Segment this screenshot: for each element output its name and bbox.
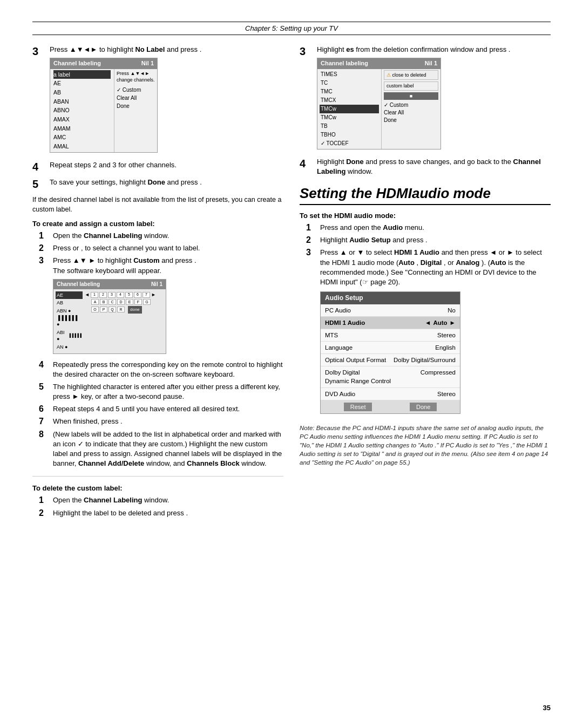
step-3-content: Press ▲▼◄► to highlight No Label and pre… [50, 45, 283, 156]
audio-bold: Audio [383, 223, 403, 232]
sub-step-6-num: 6 [39, 404, 51, 414]
section-title: Setting the HDMIaudio mode [300, 185, 551, 205]
hdmi-step-1-content: Press and open the Audio menu. [320, 223, 551, 233]
hdmi-step-1-num: 1 [306, 223, 318, 233]
pc-audio-label: PC Audio [325, 306, 448, 315]
section-divider [32, 476, 283, 477]
kb-key: 1 [91, 292, 98, 298]
done-button[interactable]: Done [410, 403, 437, 411]
sub-step-3-num: 3 [39, 256, 51, 266]
delete-channel-label-bold: Channel Labeling [84, 496, 142, 504]
channel-2-row: TMCX [320, 96, 379, 105]
step-3-num: 3 [32, 45, 48, 58]
kb-arrow-left: ◄ [85, 291, 90, 298]
right-step-4-num: 4 [300, 157, 315, 170]
channel-row: AMC [53, 133, 111, 142]
step-5-after: and press [165, 178, 198, 186]
menu-item-done-2: Done [384, 117, 438, 124]
pc-audio-value: No [448, 306, 456, 315]
hdmi-step-1: 1 Press and open the Audio menu. [300, 223, 551, 233]
kb-ch-row: ABI ● ▐▐▐▐▐ [56, 329, 83, 343]
delete-step-2-num: 2 [39, 508, 51, 518]
sub-step-6-content: Repeat steps 4 and 5 until you have ente… [53, 404, 283, 414]
sub-step-1: 1 Open the Channel Labeling window. [32, 231, 283, 241]
channel-label-box-2-header: Channel labeling Nil 1 [317, 58, 440, 69]
kb-key: O [91, 307, 99, 312]
step-3-text: Press ▲▼◄► to highlight [50, 45, 135, 53]
step-3-after: and press [165, 45, 198, 53]
channel-row-selected: a label [53, 70, 111, 79]
sub-step-5-content: The highlighted character is entered aft… [53, 382, 283, 402]
audio-row-pc: PC Audio No [321, 304, 460, 317]
audio-setup-box: Audio Setup PC Audio No HDMI 1 Audio ◄ A… [320, 291, 460, 414]
channel-label-box: Channel labeling Nil 1 a label AE AB ABA… [50, 58, 158, 153]
kb-row-3: OPQR done [85, 306, 156, 313]
audio-row-language: Language English [321, 342, 460, 354]
kb-rows: ◄ 1234567 ► ABCDEFG [85, 291, 156, 314]
channel-2-row: TC [320, 79, 379, 87]
channel-menu-col: Press ▲▼◄►change channels. ✓ Custom Clea… [114, 69, 157, 152]
channel-label-title: Channel labeling [53, 59, 101, 67]
menu-item-done: Done [117, 102, 155, 110]
channel-2-num: Nil 1 [425, 59, 437, 67]
kb-key: G [143, 299, 151, 305]
step-4-text: Repeat steps 2 and 3 for other channels. [50, 161, 177, 169]
hdmi-step-3-content: Press ▲ or ▼ to select HDMI 1 Audio and … [320, 248, 551, 418]
sub-step-7-content: When finished, press . [53, 417, 283, 426]
hdmi1-audio-value: ◄ Auto ► [425, 318, 456, 327]
kb-enter-btn: done [128, 306, 142, 313]
keyboard-box: Channel labeling Nil 1 AE AB ABN ● ▐▐▐▐▐… [53, 279, 166, 354]
sub-step-1-bold: Channel Labeling [84, 232, 142, 240]
kb-key: F [134, 299, 142, 305]
sub-step-1-num: 1 [39, 231, 51, 241]
kb-ch-selected: AE [56, 291, 83, 300]
channel-2-row: TMC [320, 87, 379, 96]
sub-step-4-num: 4 [39, 360, 51, 370]
sub-step-3: 3 Press ▲▼ ► to highlight Custom and pre… [32, 256, 283, 357]
channel-row: AMAX [53, 115, 111, 124]
channel-row: AMAM [53, 124, 111, 133]
custom-bold: Custom [133, 256, 159, 264]
hdmi-step-2: 2 Highlight Audio Setup and press . [300, 235, 551, 245]
sub-step-8: 8 (New labels will be added to the list … [32, 430, 283, 469]
right-step-3-content: Highlight es from the deletion confirmat… [317, 45, 551, 153]
right-step-4-content: Highlight Done and press to save changes… [317, 157, 551, 176]
channel-names-col: a label AE AB ABAN ABNO AMAX AMAM AMC AM… [50, 69, 114, 152]
kb-key: Q [109, 307, 116, 312]
right-step-3-block: 3 Highlight es from the deletion confirm… [300, 45, 551, 153]
reset-button[interactable]: Reset [344, 403, 372, 411]
menu-confirm-btn: ■ [384, 92, 438, 100]
right-step-3-num: 3 [300, 45, 315, 58]
menu-warning: ⚠ close to deleted [384, 70, 438, 80]
kb-key: D [117, 299, 125, 305]
delete-label-heading: To delete the custom label: [32, 484, 283, 492]
kb-key: 4 [117, 292, 124, 298]
delete-step-1-content: Open the Channel Labeling window. [53, 495, 283, 505]
channel-add-delete-bold: Channel Add/Delete [78, 459, 144, 467]
audio-setup-header: Audio Setup [321, 292, 460, 304]
kb-arrow-right: ► [151, 291, 156, 298]
audio-row-dolby: Dolby DigitalDynamic Range Control Compr… [321, 366, 460, 387]
audio-setup-title: Audio Setup [325, 294, 363, 302]
kb-row-1: ◄ 1234567 ► [85, 291, 156, 298]
channel-2-menu: ⚠ close to deleted custom label ■ ✓ Cust… [381, 69, 440, 149]
mts-value: Stereo [437, 331, 456, 339]
analog-bold: Analog [456, 258, 479, 267]
language-label: Language [325, 343, 435, 352]
channel-label-box-2: Channel labeling Nil 1 TIMES TC TMC TMCX… [317, 58, 441, 149]
sub-step-2-num: 2 [39, 243, 51, 253]
step-4-num: 4 [32, 160, 48, 173]
kb-key: 7 [143, 292, 150, 298]
note-label: Note: Because the PC and HDMI-1 inputs s… [300, 425, 548, 466]
step-5-content: To save your settings, highlight Done an… [50, 178, 283, 187]
optical-value: Dolby Digital/Surround [394, 356, 456, 364]
hdmi-heading: To set the HDMI audio mode: [300, 212, 551, 220]
sub-step-4-content: Repeatedly press the corresponding key o… [53, 360, 283, 379]
kb-row-2: ABCDEFG [85, 299, 156, 305]
channel-2-row: TIMES [320, 70, 379, 79]
channels-block-bold: Channels Block [187, 459, 240, 467]
mts-label: MTS [325, 331, 437, 339]
channel-row: AE [53, 79, 111, 88]
note-text: Note: Because the PC and HDMI-1 inputs s… [300, 424, 551, 467]
sub-step-2: 2 Press or , to select a channel you wan… [32, 243, 283, 253]
